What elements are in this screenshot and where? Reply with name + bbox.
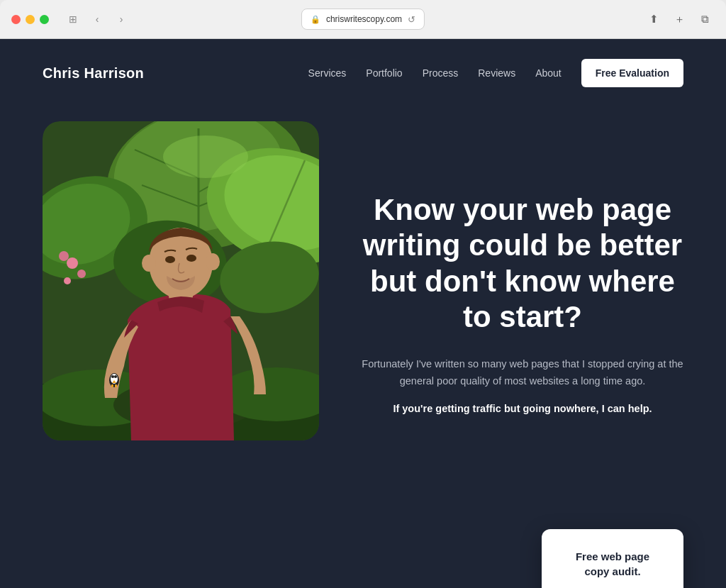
traffic-lights: [11, 15, 49, 24]
back-button[interactable]: ‹: [87, 11, 107, 27]
browser-controls: ⊞ ‹ ›: [63, 11, 131, 27]
svg-point-19: [59, 251, 69, 261]
profile-photo: [43, 121, 319, 440]
url-text: chriswritescopy.com: [326, 14, 402, 24]
maximize-button[interactable]: [40, 15, 49, 24]
hero-cta-text: If you're getting traffic but going nowh…: [362, 403, 683, 414]
nav-link-process[interactable]: Process: [423, 67, 459, 79]
svg-point-16: [67, 257, 78, 269]
svg-point-26: [165, 256, 175, 263]
new-tab-button[interactable]: ＋: [669, 9, 689, 29]
lock-icon: 🔒: [311, 15, 320, 24]
free-evaluation-button[interactable]: Free Evaluation: [581, 59, 683, 87]
hero-text-block: Know your web page writing could be bett…: [362, 121, 683, 414]
svg-rect-36: [115, 384, 117, 387]
brand-name: Chris Harrison: [43, 65, 144, 82]
tabs-button[interactable]: ⧉: [695, 9, 715, 29]
nav-link-portfolio[interactable]: Portfolio: [366, 67, 402, 79]
svg-point-33: [114, 375, 117, 378]
nav-link-services[interactable]: Services: [308, 67, 347, 79]
svg-point-32: [111, 375, 114, 378]
profile-photo-svg: [43, 121, 319, 440]
share-button[interactable]: ⬆: [644, 9, 664, 29]
browser-chrome: ⊞ ‹ › 🔒 chriswritescopy.com ↺ ⬆ ＋ ⧉: [0, 0, 726, 39]
svg-point-29: [206, 253, 220, 270]
nav-links: Services Portfolio Process Reviews About…: [308, 59, 683, 87]
svg-point-17: [77, 270, 86, 278]
hero-headline: Know your web page writing could be bett…: [362, 192, 683, 335]
close-button[interactable]: [11, 15, 21, 24]
sidebar-toggle-button[interactable]: ⊞: [63, 11, 83, 27]
refresh-icon[interactable]: ↺: [408, 14, 415, 25]
minimize-button[interactable]: [26, 15, 35, 24]
svg-point-37: [163, 135, 248, 178]
svg-point-18: [64, 277, 71, 284]
forward-button[interactable]: ›: [111, 11, 131, 27]
nav-link-about[interactable]: About: [535, 67, 562, 79]
svg-point-27: [186, 255, 196, 262]
address-bar[interactable]: 🔒 chriswritescopy.com ↺: [301, 9, 425, 30]
audit-card[interactable]: Free web page copy audit.: [542, 529, 683, 588]
navigation: Chris Harrison Services Portfolio Proces…: [0, 39, 726, 107]
browser-actions: ⬆ ＋ ⧉: [644, 9, 715, 29]
nav-link-reviews[interactable]: Reviews: [478, 67, 515, 79]
svg-point-28: [142, 255, 156, 272]
svg-rect-35: [111, 384, 113, 387]
hero-section: Know your web page writing could be bett…: [0, 107, 726, 440]
website-content: Chris Harrison Services Portfolio Proces…: [0, 39, 726, 588]
audit-card-text: Free web page copy audit.: [564, 549, 661, 579]
hero-subtext: Fortunately I've written so many web pag…: [362, 355, 683, 390]
